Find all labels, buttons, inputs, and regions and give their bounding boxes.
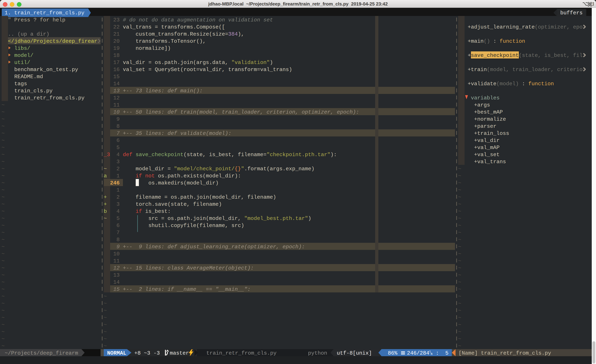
svg-text:1: 1	[592, 1, 594, 7]
